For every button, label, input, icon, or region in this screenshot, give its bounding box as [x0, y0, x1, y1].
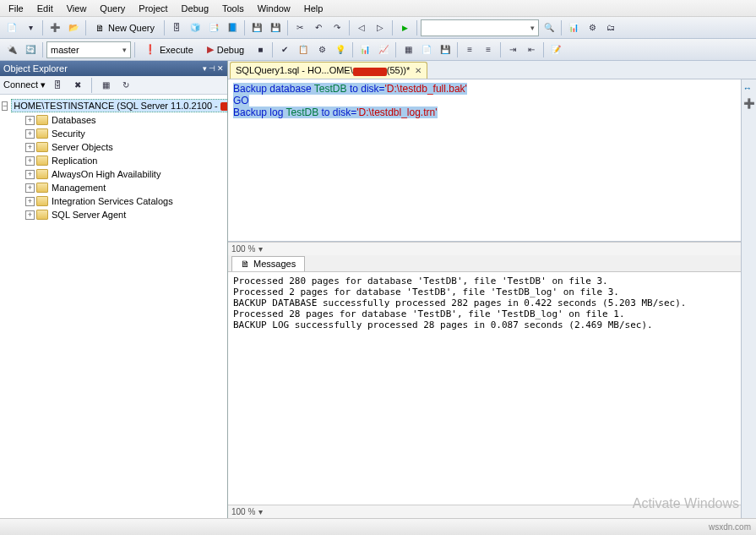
folder-icon	[36, 210, 48, 220]
tree-node-databases[interactable]: +Databases	[25, 113, 226, 127]
expand-icon[interactable]: +	[25, 129, 35, 139]
indent-icon[interactable]: ⇥	[504, 41, 521, 58]
expand-icon[interactable]: +	[25, 156, 35, 166]
oe-stop-icon[interactable]: ↻	[117, 77, 134, 94]
tree-node-agent[interactable]: +SQL Server Agent	[25, 208, 226, 221]
undo-icon[interactable]: ↶	[310, 19, 327, 36]
nav-fwd-icon[interactable]: ▷	[372, 19, 389, 36]
connect-icon[interactable]: 🔌	[3, 41, 20, 58]
folder-icon	[36, 128, 48, 139]
execute-button[interactable]: ❗ Execute	[139, 41, 199, 57]
estimated-plan-icon[interactable]: 📋	[295, 41, 312, 58]
zoom-value[interactable]: 100 %	[231, 244, 255, 254]
debug-button[interactable]: ▶ Debug	[201, 41, 250, 57]
object-explorer-toolbar: Connect ▾ 🗄 ✖ ▦ ↻	[0, 76, 227, 95]
redo-icon[interactable]: ↷	[329, 19, 345, 36]
templates-icon[interactable]: 🗂	[602, 19, 619, 36]
expand-icon[interactable]: +	[25, 210, 35, 220]
change-conn-icon[interactable]: 🔄	[22, 41, 39, 58]
messages-pane[interactable]: Processed 280 pages for database 'TestDB…	[228, 272, 741, 505]
new-project-icon[interactable]: 📄	[3, 19, 20, 36]
results-grid-icon[interactable]: ▦	[400, 41, 416, 58]
code-content[interactable]: Backup database TestDB to disk='D:\testd…	[228, 79, 741, 241]
client-stats-icon[interactable]: 📈	[375, 41, 392, 58]
menu-debug[interactable]: Debug	[177, 2, 214, 15]
object-explorer-tree[interactable]: − HOME\TESTINSTANCE (SQL Server 11.0.210…	[0, 95, 227, 518]
new-query-label: New Query	[108, 23, 155, 33]
tree-node-alwayson[interactable]: +AlwaysOn High Availability	[25, 167, 226, 181]
outdent-icon[interactable]: ⇤	[523, 41, 540, 58]
oe-filter-icon[interactable]: ▦	[97, 77, 114, 94]
save-icon[interactable]: 💾	[248, 19, 265, 36]
menu-tools[interactable]: Tools	[217, 2, 249, 15]
uncomment-icon[interactable]: ≡	[480, 41, 497, 58]
expand-icon[interactable]: −	[2, 101, 8, 111]
oe-refresh-icon[interactable]: 🗄	[49, 77, 66, 94]
tree-node-integration[interactable]: +Integration Services Catalogs	[25, 194, 226, 208]
split-icon[interactable]: ↔	[743, 83, 755, 95]
results-text-icon[interactable]: 📄	[418, 41, 435, 58]
connect-dropdown[interactable]: Connect ▾	[3, 79, 46, 90]
expand-icon[interactable]: +	[25, 183, 35, 193]
menu-view[interactable]: View	[62, 2, 92, 15]
tab-messages[interactable]: 🗎 Messages	[231, 256, 305, 271]
status-bar	[0, 518, 756, 535]
editor-zoom-bar: 100 %▾	[228, 242, 741, 255]
oe-disconnect-icon[interactable]: ✖	[69, 77, 86, 94]
stop-icon[interactable]: ■	[252, 41, 269, 58]
expand-icon[interactable]: +	[25, 170, 35, 179]
db-engine-icon[interactable]: 🗄	[168, 19, 185, 36]
menu-edit[interactable]: Edit	[32, 2, 58, 15]
new-query-button[interactable]: 🗎 New Query	[90, 20, 160, 35]
menu-project[interactable]: Project	[133, 2, 172, 15]
panel-dropdown-icon[interactable]: ▾	[203, 64, 207, 73]
expand-icon[interactable]: +	[25, 197, 35, 206]
database-combo[interactable]: master	[46, 41, 131, 58]
tree-root-server[interactable]: − HOME\TESTINSTANCE (SQL Server 11.0.210…	[2, 98, 226, 113]
specify-values-icon[interactable]: 📝	[547, 41, 564, 58]
start-icon[interactable]: ▶	[396, 19, 413, 36]
panel-pin-icon[interactable]: ⊣	[209, 64, 215, 73]
tree-node-replication[interactable]: +Replication	[25, 154, 226, 167]
tree-node-server-objects[interactable]: +Server Objects	[25, 140, 226, 154]
database-combo-value: master	[51, 45, 79, 55]
menu-query[interactable]: Query	[95, 2, 130, 15]
analysis-icon[interactable]: 🧊	[187, 19, 204, 36]
report-icon[interactable]: 📑	[205, 19, 222, 36]
folder-icon	[36, 169, 48, 179]
menu-help[interactable]: Help	[299, 2, 329, 15]
intellisense-icon[interactable]: 💡	[332, 41, 349, 58]
add-icon[interactable]: ➕	[46, 19, 63, 36]
save-all-icon[interactable]: 💾	[267, 19, 284, 36]
menu-file[interactable]: File	[3, 2, 29, 15]
expand-icon[interactable]: +	[25, 116, 35, 125]
attribution-text: wsxdn.com	[709, 522, 751, 532]
panel-close-icon[interactable]: ✕	[217, 64, 224, 73]
results-file-icon[interactable]: 💾	[437, 41, 454, 58]
tree-node-management[interactable]: +Management	[25, 181, 226, 194]
find-combo[interactable]	[421, 19, 539, 36]
nav-icon[interactable]: ➕	[743, 98, 755, 110]
open-file-icon[interactable]: 📂	[65, 19, 82, 36]
tab-sqlquery1[interactable]: SQLQuery1.sql - HO...OME\(55))* ✕	[230, 62, 427, 79]
code-editor[interactable]: Backup database TestDB to disk='D:\testd…	[228, 79, 741, 242]
query-options-icon[interactable]: ⚙	[313, 41, 330, 58]
menu-window[interactable]: Window	[253, 2, 296, 15]
comment-icon[interactable]: ≡	[461, 41, 478, 58]
zoom-value[interactable]: 100 %	[231, 507, 255, 516]
tab-close-icon[interactable]: ✕	[415, 66, 422, 75]
find-icon[interactable]: 🔍	[541, 19, 557, 36]
open-icon[interactable]: ▾	[22, 19, 39, 36]
actual-plan-icon[interactable]: 📊	[356, 41, 373, 58]
nav-back-icon[interactable]: ◁	[353, 19, 370, 36]
cut-icon[interactable]: ✂	[291, 19, 308, 36]
activity-icon[interactable]: 📊	[565, 19, 582, 36]
tree-node-security[interactable]: +Security	[25, 127, 226, 140]
toolbar-main: 📄 ▾ ➕ 📂 🗎 New Query 🗄 🧊 📑 📘 💾 💾 ✂ ↶ ↷ ◁ …	[0, 17, 756, 39]
parse-icon[interactable]: ✔	[276, 41, 293, 58]
expand-icon[interactable]: +	[25, 143, 35, 152]
props-icon[interactable]: ⚙	[584, 19, 601, 36]
editor-tab-bar: SQLQuery1.sql - HO...OME\(55))* ✕	[228, 61, 756, 79]
xmla-icon[interactable]: 📘	[224, 19, 241, 36]
redacted-text	[220, 102, 227, 111]
